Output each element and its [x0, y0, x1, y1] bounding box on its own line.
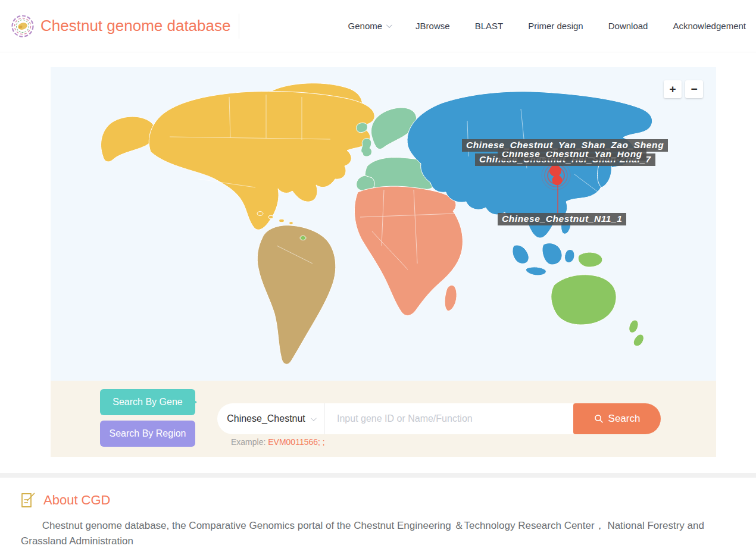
- example-gene-id[interactable]: EVM0011566; ;: [268, 437, 324, 447]
- site-logo: [11, 14, 35, 38]
- gene-search-input[interactable]: [324, 403, 573, 434]
- main-nav: Genome JBrowse BLAST Primer design Downl…: [348, 21, 746, 31]
- about-paragraph: Chestnut genome database, the Comparativ…: [21, 518, 735, 550]
- nav-blast[interactable]: BLAST: [475, 21, 504, 31]
- map-zoom-out-button[interactable]: −: [685, 80, 703, 98]
- nav-genome[interactable]: Genome: [348, 21, 391, 31]
- species-select-value: Chinese_Chestnut: [227, 413, 305, 424]
- top-section: Chestnut genome database Genome JBrowse …: [0, 0, 756, 473]
- nav-download[interactable]: Download: [608, 21, 648, 31]
- nav-acknowledgement[interactable]: Acknowledgement: [673, 21, 746, 31]
- search-section: Search By Gene Search By Region Chinese_…: [51, 381, 716, 457]
- nav-jbrowse[interactable]: JBrowse: [416, 21, 450, 31]
- chevron-down-icon: [386, 22, 392, 28]
- search-by-gene-tab[interactable]: Search By Gene: [100, 389, 195, 415]
- about-section: About CGD Chestnut genome database, the …: [0, 478, 756, 555]
- nav-primer-design[interactable]: Primer design: [528, 21, 583, 31]
- species-select[interactable]: Chinese_Chestnut: [217, 403, 324, 434]
- search-button-label: Search: [608, 413, 641, 425]
- chevron-down-icon: [311, 415, 317, 421]
- nav-genome-label: Genome: [348, 21, 383, 31]
- search-by-region-tab[interactable]: Search By Region: [100, 421, 195, 447]
- header: Chestnut genome database Genome JBrowse …: [0, 0, 756, 52]
- search-button[interactable]: Search: [573, 403, 661, 434]
- search-icon: [594, 414, 604, 424]
- about-heading: About CGD: [43, 493, 111, 508]
- map-zoom-in-button[interactable]: +: [664, 80, 682, 98]
- world-map[interactable]: Chinese_Chestnut_Hei_Shan-Zhai_7 Chinese…: [51, 67, 716, 381]
- example-prefix: Example:: [231, 437, 265, 447]
- title-divider: [239, 14, 239, 39]
- gene-search-bar: Chinese_Chestnut Search: [217, 403, 661, 434]
- search-example: Example: EVM0011566; ;: [231, 437, 325, 447]
- site-title: Chestnut genome database: [40, 17, 230, 35]
- map-label-yan-shan-zao-sheng[interactable]: Chinese_Chestnut_Yan_Shan_Zao_Sheng: [462, 139, 668, 152]
- about-document-icon: [21, 492, 36, 509]
- map-label-n11-1[interactable]: Chinese_Chestnut_N11_1: [498, 213, 626, 225]
